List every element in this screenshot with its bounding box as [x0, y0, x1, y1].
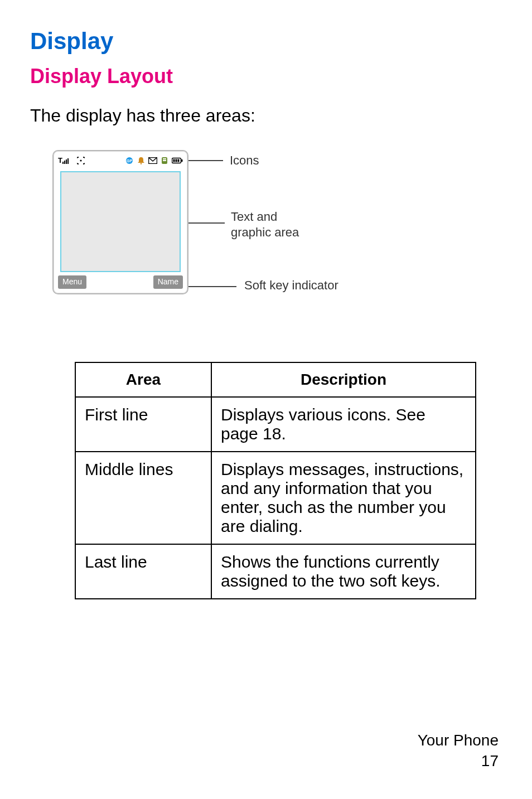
heading-display-layout: Display Layout	[30, 65, 499, 88]
svg-rect-17	[178, 159, 180, 162]
callout-text-line2: graphic area	[231, 225, 299, 239]
cell-description: Shows the functions currently assigned t…	[211, 544, 476, 599]
table-row: First line Displays various icons. See p…	[75, 397, 476, 452]
cell-description: Displays various icons. See page 18.	[211, 397, 476, 452]
footer-page: 17	[418, 751, 499, 771]
svg-rect-3	[66, 159, 67, 164]
cell-area: First line	[75, 397, 211, 452]
page: Display Display Layout The display has t…	[0, 0, 532, 799]
svg-rect-16	[176, 159, 177, 162]
svg-rect-15	[173, 159, 175, 162]
message-icon	[148, 157, 157, 164]
svg-point-8	[141, 163, 142, 164]
svg-rect-4	[67, 158, 69, 164]
status-bar: T	[58, 154, 183, 167]
callout-text-line1: Text and	[231, 210, 277, 224]
display-areas-table: Area Description First line Displays var…	[75, 362, 476, 599]
table-row: Middle lines Displays messages, instruct…	[75, 452, 476, 544]
battery-icon	[172, 157, 183, 164]
phone-screen: T	[52, 150, 188, 294]
softkey-left: Menu	[58, 275, 86, 289]
svg-rect-14	[181, 159, 183, 162]
svg-rect-2	[64, 161, 65, 164]
heading-display: Display	[30, 28, 499, 55]
text-graphic-area	[60, 171, 181, 272]
callout-line	[188, 286, 236, 287]
signal-icon: T	[58, 156, 74, 165]
table-header-description: Description	[211, 362, 476, 397]
cell-description: Displays messages, instructions, and any…	[211, 452, 476, 544]
gprs-icon	[77, 156, 85, 165]
page-footer: Your Phone 17	[418, 730, 499, 771]
table-row: Last line Shows the functions currently …	[75, 544, 476, 599]
callout-line	[188, 222, 225, 224]
svg-text:T: T	[58, 156, 62, 164]
display-layout-diagram: T	[52, 150, 443, 317]
svg-rect-12	[163, 160, 166, 161]
table-header-area: Area	[75, 362, 211, 397]
svg-text:GP: GP	[127, 159, 132, 163]
callout-icons: Icons	[230, 153, 259, 168]
cell-area: Last line	[75, 544, 211, 599]
softkey-right: Name	[153, 275, 183, 289]
alarm-icon	[137, 157, 145, 164]
svg-rect-1	[62, 162, 64, 164]
footer-section: Your Phone	[418, 730, 499, 750]
table-header-row: Area Description	[75, 362, 476, 397]
callout-text-area: Text and graphic area	[231, 209, 299, 240]
cell-area: Middle lines	[75, 452, 211, 544]
softkey-bar: Menu Name	[58, 275, 183, 289]
gp-indicator-icon: GP	[125, 157, 134, 164]
callout-softkey: Soft key indicator	[244, 278, 338, 293]
svg-rect-11	[163, 158, 166, 159]
svg-point-5	[80, 160, 81, 162]
intro-text: The display has three areas:	[30, 104, 499, 128]
callout-line	[188, 160, 223, 161]
voicemail-icon	[161, 157, 168, 164]
